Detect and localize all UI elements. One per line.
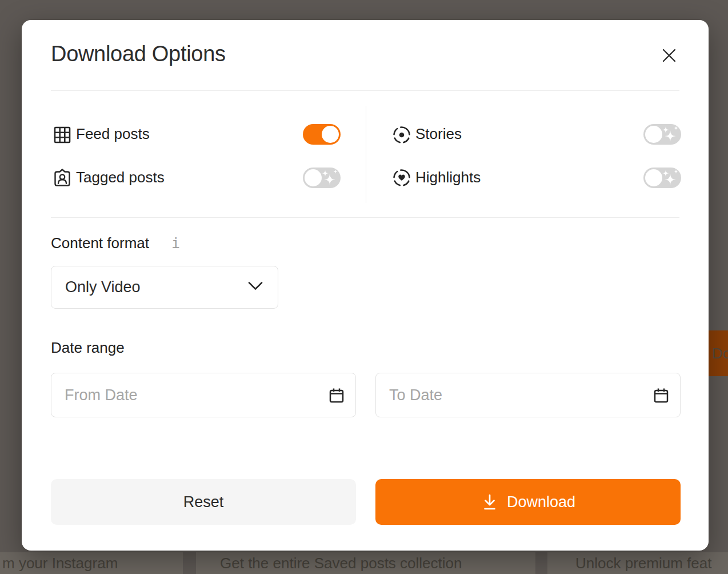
toggle-knob <box>305 169 322 186</box>
premium-sparkles-icon <box>320 168 339 189</box>
chevron-down-icon <box>247 281 264 294</box>
download-options-modal: Download Options Feed posts <box>22 20 709 551</box>
download-button[interactable]: Download <box>375 479 681 525</box>
content-format-dropdown[interactable]: Only Video <box>51 266 278 309</box>
divider-top <box>51 90 679 91</box>
divider-middle <box>51 217 679 218</box>
premium-sparkles-icon <box>661 168 680 189</box>
option-label-feed-posts: Feed posts <box>76 123 150 144</box>
calendar-icon[interactable] <box>652 386 670 405</box>
highlights-heart-icon <box>392 168 411 188</box>
reset-button[interactable]: Reset <box>51 479 356 525</box>
to-date-input[interactable] <box>375 373 681 417</box>
download-button-label: Download <box>507 493 575 511</box>
toggle-tagged-posts[interactable] <box>303 168 341 188</box>
toggle-knob <box>645 126 662 143</box>
option-label-highlights: Highlights <box>415 167 481 188</box>
date-range-label: Date range <box>51 339 125 357</box>
background-text-left: m your Instagram <box>2 555 118 572</box>
reset-button-label: Reset <box>183 493 224 511</box>
grid-icon <box>53 125 72 145</box>
toggle-stories[interactable] <box>643 124 681 145</box>
premium-sparkles-icon <box>661 125 680 146</box>
toggle-highlights[interactable] <box>643 168 681 188</box>
background-text-middle: Get the entire Saved posts collection <box>220 555 462 572</box>
stories-circle-icon <box>392 125 411 145</box>
background-text-right: Unlock premium feat <box>575 555 711 572</box>
calendar-icon[interactable] <box>327 386 346 405</box>
modal-title: Download Options <box>51 42 226 66</box>
tagged-badge-icon <box>53 168 72 188</box>
close-button[interactable] <box>659 46 679 66</box>
toggle-knob <box>645 169 662 186</box>
content-format-label: Content format <box>51 234 149 252</box>
info-icon: i <box>171 235 180 252</box>
toggle-knob <box>322 126 339 143</box>
download-icon <box>481 492 499 512</box>
close-icon <box>661 47 677 65</box>
background-download-button-partial: Do <box>709 330 728 376</box>
page: m your Instagram Get the entire Saved po… <box>0 0 728 574</box>
toggle-feed-posts[interactable] <box>303 124 341 145</box>
option-label-stories: Stories <box>415 123 462 144</box>
divider-vertical <box>366 106 366 203</box>
from-date-input[interactable] <box>51 373 356 417</box>
content-format-selected-value: Only Video <box>65 278 247 296</box>
option-label-tagged-posts: Tagged posts <box>76 167 165 188</box>
